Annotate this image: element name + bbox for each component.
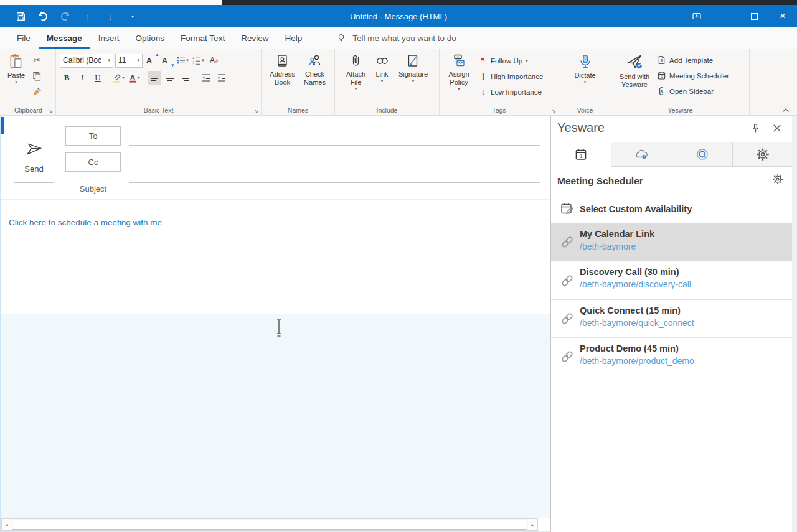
cc-button[interactable]: Cc: [65, 152, 121, 172]
close-panel-button[interactable]: [772, 123, 782, 133]
item-link[interactable]: /beth-baymore/discovery-call: [580, 279, 691, 289]
maximize-button[interactable]: [740, 5, 768, 27]
clear-formatting-button[interactable]: [207, 54, 220, 67]
move-down-button[interactable]: ↓: [103, 9, 117, 23]
align-center-button[interactable]: [163, 71, 177, 85]
list-item-select-custom-availability[interactable]: Select Custom Availability: [551, 194, 793, 223]
bullets-button[interactable]: ▾: [176, 54, 189, 67]
item-link[interactable]: /beth-baymore/product_demo: [580, 356, 694, 366]
item-link[interactable]: /beth-baymore: [580, 241, 636, 251]
list-item-quick-connect[interactable]: Quick Connect (15 min) /beth-baymore/qui…: [551, 300, 793, 337]
tags-group-label: Tags: [440, 106, 559, 114]
bold-button[interactable]: B: [60, 71, 73, 85]
target-icon: [695, 147, 710, 162]
tab-file[interactable]: File: [9, 27, 39, 49]
list-item-my-calendar-link[interactable]: My Calendar Link /beth-baymore: [551, 223, 793, 261]
align-right-button[interactable]: [179, 71, 192, 85]
tab-settings[interactable]: [733, 142, 793, 167]
tab-format-text[interactable]: Format Text: [172, 27, 233, 49]
basic-text-group-label: Basic Text: [56, 106, 261, 114]
assign-policy-button[interactable]: Assign Policy ▾: [443, 52, 474, 93]
redo-button[interactable]: [59, 9, 72, 23]
italic-button[interactable]: I: [75, 71, 89, 85]
text-caret: [163, 217, 163, 226]
copy-button[interactable]: [30, 69, 44, 83]
low-importance-icon: ↓: [479, 87, 488, 96]
list-item-discovery-call[interactable]: Discovery Call (30 min) /beth-baymore/di…: [551, 261, 793, 299]
header-body-divider: [1, 199, 550, 200]
underline-button[interactable]: U: [91, 71, 105, 85]
tab-review[interactable]: Review: [233, 27, 276, 49]
customize-qat-dropdown[interactable]: ▾: [126, 9, 139, 23]
ribbon-display-options-button[interactable]: [682, 5, 711, 27]
flag-icon: [479, 57, 488, 65]
schedule-meeting-link[interactable]: Click here to schedule a meeting with me: [9, 217, 163, 227]
cut-button[interactable]: ✂: [30, 53, 44, 67]
add-template-button[interactable]: Add Template: [655, 54, 731, 66]
to-button[interactable]: To: [65, 126, 121, 146]
pin-panel-button[interactable]: [750, 123, 761, 134]
check-names-button[interactable]: Check Names: [299, 52, 331, 88]
save-button[interactable]: [14, 9, 27, 23]
font-size-select[interactable]: 11▾: [115, 54, 143, 68]
vertical-scrollbar-thumb[interactable]: [1, 117, 4, 134]
cc-input[interactable]: [129, 182, 540, 183]
meeting-scheduler-button[interactable]: Meeting Scheduler: [655, 70, 731, 82]
scroll-left-arrow[interactable]: ◄: [2, 519, 11, 530]
vertical-scrollbar[interactable]: [792, 116, 797, 532]
chain-link-icon: [560, 349, 575, 364]
format-painter-button[interactable]: [30, 85, 44, 99]
low-importance-button[interactable]: ↓Low Importance: [477, 86, 545, 98]
tags-dialog-launcher[interactable]: ↘: [551, 108, 556, 114]
chain-link-icon: [560, 273, 575, 288]
increase-indent-button[interactable]: [215, 71, 229, 85]
send-button[interactable]: Send: [14, 131, 54, 183]
undo-button[interactable]: [36, 9, 50, 23]
align-left-button[interactable]: [148, 71, 161, 85]
high-importance-button[interactable]: !High Importance: [477, 70, 545, 82]
link-button[interactable]: Link ▾: [370, 52, 394, 85]
send-with-yesware-button[interactable]: Send with Yesware: [615, 52, 654, 91]
basic-text-dialog-launcher[interactable]: ↘: [253, 108, 258, 114]
tab-meeting-scheduler[interactable]: [551, 142, 611, 167]
subject-input[interactable]: [129, 198, 540, 198]
horizontal-scrollbar[interactable]: ◄ ►: [1, 518, 538, 531]
clipboard-dialog-launcher[interactable]: ↘: [48, 108, 53, 114]
names-group-label: Names: [262, 106, 334, 114]
numbering-icon: [192, 55, 202, 65]
tab-message[interactable]: Message: [39, 27, 90, 49]
to-input[interactable]: [129, 145, 540, 146]
text-highlight-button[interactable]: ▾: [111, 71, 125, 85]
font-name-select[interactable]: Calibri (Boc▾: [60, 54, 113, 68]
horizontal-scrollbar-thumb[interactable]: [12, 520, 527, 530]
tell-me-search[interactable]: Tell me what you want to do: [336, 27, 456, 49]
numbering-button[interactable]: ▾: [191, 54, 205, 67]
scheduler-settings-button[interactable]: [772, 174, 783, 185]
item-link[interactable]: /beth-baymore/quick_connect: [580, 318, 694, 328]
address-book-button[interactable]: Address Book: [266, 52, 299, 88]
font-color-button[interactable]: ▾: [127, 71, 141, 85]
signature-button[interactable]: Signature ▾: [394, 52, 433, 85]
decrease-indent-button[interactable]: [199, 71, 213, 85]
paste-label: Paste: [7, 72, 25, 80]
scroll-right-arrow[interactable]: ►: [528, 519, 537, 530]
follow-up-button[interactable]: Follow Up▾: [477, 55, 545, 67]
tab-sync[interactable]: [611, 142, 672, 167]
tab-insert[interactable]: Insert: [90, 27, 128, 49]
list-item-product-demo[interactable]: Product Demo (45 min) /beth-baymore/prod…: [551, 338, 793, 375]
collapse-ribbon-button[interactable]: [782, 108, 790, 113]
align-right-icon: [181, 73, 191, 83]
move-up-button[interactable]: ↑: [81, 9, 95, 23]
close-button[interactable]: ×: [768, 5, 797, 27]
dictate-button[interactable]: Dictate ▾: [569, 52, 601, 86]
open-sidebar-button[interactable]: Open Sidebar: [655, 85, 731, 97]
paste-button[interactable]: Paste ▾: [5, 52, 27, 86]
grow-font-button[interactable]: A▴: [144, 54, 158, 67]
tab-help[interactable]: Help: [276, 27, 310, 49]
minimize-button[interactable]: —: [711, 5, 740, 27]
shrink-font-button[interactable]: A▾: [160, 54, 174, 67]
ribbon-group-tags: Assign Policy ▾ Follow Up▾ !High Importa…: [440, 49, 559, 115]
attach-file-button[interactable]: Attach File ▾: [342, 52, 370, 93]
tab-tracking[interactable]: [672, 142, 733, 167]
tab-options[interactable]: Options: [128, 27, 173, 49]
